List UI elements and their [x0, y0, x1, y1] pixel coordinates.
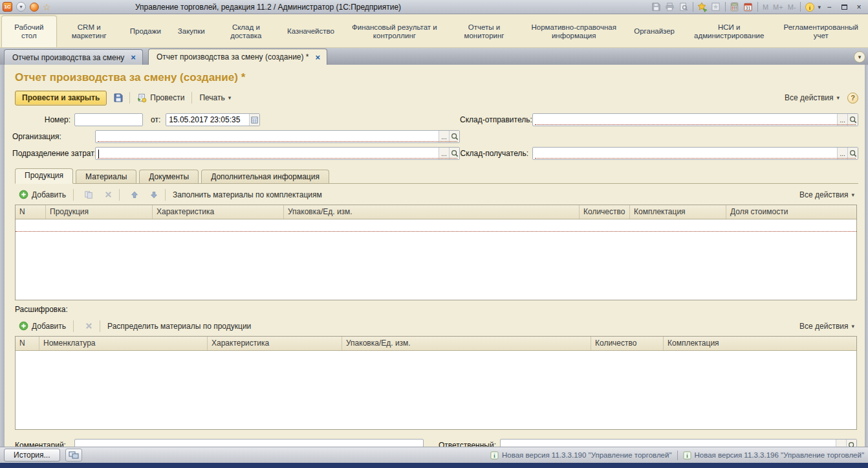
nav-treasury[interactable]: Казначейство — [279, 16, 343, 47]
info-dropdown-icon[interactable]: ▾ — [818, 4, 821, 10]
col-packaging[interactable]: Упаковка/Ед. изм. — [284, 205, 580, 219]
distribute-materials-button[interactable]: Распределить материалы по продукции — [103, 320, 255, 332]
memory-m-button[interactable]: M — [761, 3, 770, 11]
warehouse-from-field-wrap: ... — [532, 113, 858, 126]
details-all-actions-button[interactable]: Все действия ▾ — [797, 320, 857, 332]
tab-additional-info[interactable]: Дополнительная информация — [201, 170, 329, 183]
divider — [677, 451, 678, 460]
nav-nsi-admin[interactable]: НСИ и администрирование — [683, 16, 775, 47]
details-toolbar: Добавить Распределить материалы по проду… — [15, 317, 857, 335]
move-up-button[interactable] — [127, 188, 142, 202]
calculator-icon[interactable] — [729, 1, 741, 13]
col-kitting[interactable]: Комплектация — [664, 337, 856, 350]
nav-warehouse-delivery[interactable]: Склад и доставка — [213, 16, 279, 47]
col-characteristic[interactable]: Характеристика — [208, 337, 342, 350]
fill-materials-button[interactable]: Заполнить материалы по комплектациям — [169, 189, 326, 201]
tab-production-reports-list[interactable]: Отчеты производства за смену × — [4, 49, 143, 65]
add-to-favorites-icon[interactable] — [697, 1, 708, 13]
info-icon[interactable]: i — [804, 1, 816, 13]
col-product[interactable]: Продукция — [46, 205, 153, 219]
search-icon[interactable] — [449, 148, 459, 159]
details-table-body[interactable] — [16, 351, 856, 429]
col-kitting[interactable]: Комплектация — [630, 205, 726, 219]
col-nomenclature[interactable]: Номенклатура — [39, 337, 208, 350]
move-down-button[interactable] — [146, 188, 162, 202]
ellipsis-button[interactable]: ... — [837, 148, 847, 159]
nav-regulated-accounting[interactable]: Регламентированный учет — [775, 16, 867, 47]
col-packaging[interactable]: Упаковка/Ед. изм. — [342, 337, 591, 350]
copy-row-button[interactable] — [81, 188, 96, 202]
close-icon[interactable]: × — [316, 53, 321, 61]
col-cost-share[interactable]: Доля стоимости — [726, 205, 856, 219]
add-row-button[interactable]: Добавить — [15, 188, 70, 201]
close-icon[interactable]: × — [131, 53, 136, 61]
warehouse-to-input[interactable] — [533, 148, 837, 159]
col-characteristic[interactable]: Характеристика — [153, 205, 284, 219]
memory-m-minus-button[interactable]: M- — [787, 3, 797, 11]
nav-reports-monitoring[interactable]: Отчеты и мониторинг — [446, 16, 522, 47]
calendar-icon[interactable]: 31 — [743, 1, 754, 13]
print-icon[interactable] — [664, 1, 676, 13]
nav-sales[interactable]: Продажи — [122, 16, 169, 47]
department-input[interactable] — [96, 148, 439, 159]
all-actions-button[interactable]: Все действия ▾ — [782, 92, 842, 104]
col-n[interactable]: N — [16, 337, 39, 350]
tab-products[interactable]: Продукция — [15, 168, 73, 184]
post-and-close-button[interactable]: Провести и закрыть — [15, 91, 107, 106]
divider — [100, 320, 100, 332]
ellipsis-button[interactable]: ... — [439, 131, 449, 142]
add-detail-row-button[interactable]: Добавить — [15, 320, 70, 332]
nav-organizer[interactable]: Органайзер — [625, 16, 683, 47]
nav-purchases[interactable]: Закупки — [169, 16, 213, 47]
favorites-star-icon[interactable]: ☆ — [43, 3, 51, 12]
col-n[interactable]: N — [16, 205, 46, 219]
search-icon[interactable] — [847, 148, 858, 159]
ellipsis-button[interactable]: ... — [439, 148, 449, 159]
favorites-list-icon[interactable] — [710, 1, 722, 13]
main-menu-button[interactable]: ▾ — [16, 2, 26, 12]
print-preview-icon[interactable] — [678, 1, 689, 13]
tab-list-button[interactable]: ▾ — [854, 51, 865, 63]
products-all-actions-button[interactable]: Все действия ▾ — [797, 189, 857, 201]
nav-crm-marketing[interactable]: CRM и маркетинг — [57, 16, 122, 47]
client-sessions-button[interactable] — [65, 449, 82, 462]
department-field-wrap: ... — [95, 147, 460, 160]
service-menu-icon[interactable] — [30, 3, 39, 12]
tab-materials[interactable]: Материалы — [76, 170, 136, 183]
date-picker-button[interactable] — [249, 114, 259, 126]
maximize-button[interactable] — [838, 2, 851, 12]
post-button[interactable]: Провести — [133, 92, 188, 104]
col-quantity[interactable]: Количество — [580, 205, 630, 219]
date-field-wrap — [166, 113, 260, 126]
date-input[interactable] — [166, 115, 249, 125]
nav-desktop[interactable]: Рабочий стол — [1, 16, 57, 47]
close-button[interactable]: × — [852, 2, 865, 12]
active-row-marker — [16, 231, 856, 232]
organization-input[interactable] — [96, 131, 439, 142]
delete-row-button[interactable] — [100, 188, 116, 202]
help-button[interactable]: ? — [847, 93, 858, 104]
col-quantity[interactable]: Количество — [591, 337, 664, 350]
number-label: Номер: — [12, 115, 74, 124]
history-button[interactable]: История... — [4, 449, 60, 462]
update-message-1[interactable]: i Новая версия 11.3.3.190 "Управление то… — [490, 451, 672, 460]
tab-production-report-new[interactable]: Отчет производства за смену (создание) *… — [148, 49, 327, 65]
document-tabbar: Отчеты производства за смену × Отчет про… — [0, 48, 868, 65]
update-message-2[interactable]: i Новая версия 11.3.3.196 "Управление то… — [683, 451, 865, 460]
minimize-button[interactable]: − — [823, 2, 836, 12]
search-icon[interactable] — [847, 114, 858, 126]
tab-documents[interactable]: Документы — [139, 170, 199, 183]
save-icon[interactable] — [651, 1, 662, 13]
nav-financial-result[interactable]: Финансовый результат и контроллинг — [343, 16, 446, 47]
delete-detail-row-button[interactable] — [81, 319, 96, 333]
number-input[interactable] — [75, 115, 142, 125]
nav-reference-info[interactable]: Нормативно-справочная информация — [522, 16, 625, 47]
ellipsis-button[interactable]: ... — [837, 114, 847, 126]
memory-m-plus-button[interactable]: M+ — [772, 3, 785, 11]
search-icon[interactable] — [449, 131, 459, 142]
warehouse-from-input[interactable] — [533, 115, 837, 125]
products-table-body[interactable] — [16, 219, 856, 300]
print-menu-button[interactable]: Печать ▾ — [195, 92, 235, 104]
text-cursor — [98, 150, 99, 158]
save-button[interactable] — [111, 91, 126, 105]
